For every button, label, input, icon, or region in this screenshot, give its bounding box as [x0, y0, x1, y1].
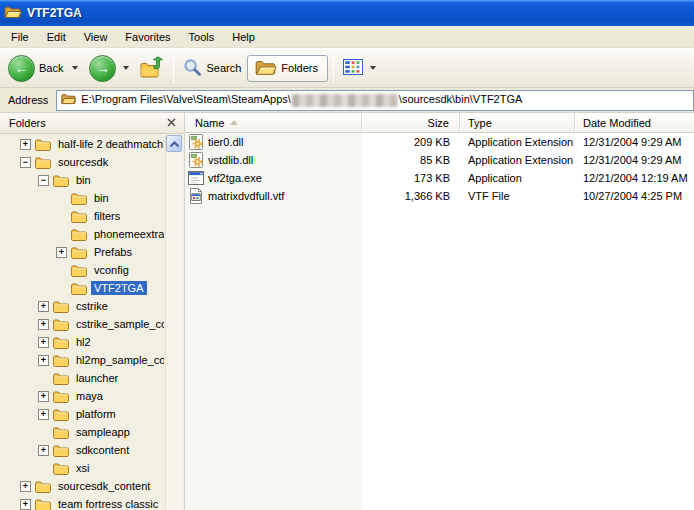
file-type: VTF File — [460, 190, 575, 202]
tree-item-vconfig[interactable]: vconfig — [0, 261, 164, 279]
exe-file-icon — [188, 170, 204, 186]
file-name-cell: tier0.dll — [185, 134, 362, 150]
tree-item-vtf2tga[interactable]: VTF2TGA — [0, 279, 164, 297]
forward-button[interactable]: → — [85, 53, 136, 84]
expand-plus-icon[interactable]: + — [56, 247, 67, 258]
dll-file-icon — [188, 152, 204, 168]
tree-item-sourcesdk-content[interactable]: +sourcesdk_content — [0, 477, 164, 495]
address-input[interactable]: E:\Program Files\Valve\Steam\SteamApps\\… — [56, 90, 694, 111]
tree-item-platform[interactable]: +platform — [0, 405, 164, 423]
tree-item-half-life-2-deathmatch[interactable]: +half-life 2 deathmatch — [0, 135, 164, 153]
expand-plus-icon[interactable]: + — [20, 499, 31, 510]
folder-icon — [53, 336, 69, 349]
menu-item-file[interactable]: File — [2, 28, 38, 46]
folders-pane-title: Folders — [9, 117, 46, 129]
file-size: 209 KB — [362, 136, 460, 148]
collapse-minus-icon[interactable]: − — [20, 157, 31, 168]
expand-plus-icon[interactable]: + — [38, 391, 49, 402]
expand-plus-icon[interactable]: + — [38, 445, 49, 456]
folder-icon — [53, 174, 69, 187]
file-name-cell: matrixdvdfull.vtf — [185, 188, 362, 204]
address-bar: Address E:\Program Files\Valve\Steam\Ste… — [0, 88, 694, 113]
file-date-modified: 12/31/2004 9:29 AM — [575, 136, 694, 148]
folder-icon — [71, 246, 87, 259]
column-header-type[interactable]: Type — [460, 113, 575, 132]
tree-item-filters[interactable]: filters — [0, 207, 164, 225]
tree-item-label: maya — [73, 389, 106, 403]
file-type: Application — [460, 172, 575, 184]
tree-item-team-fortress-classic[interactable]: +team fortress classic — [0, 495, 164, 510]
tree-item-label: team fortress classic — [55, 497, 161, 510]
forward-dropdown-caret-icon[interactable] — [123, 66, 129, 70]
tree-item-sampleapp[interactable]: sampleapp — [0, 423, 164, 441]
expand-plus-icon[interactable]: + — [38, 301, 49, 312]
column-header-size[interactable]: Size — [362, 113, 460, 132]
file-rows: tier0.dll209 KBApplication Extension12/3… — [185, 133, 694, 205]
title-bar: VTF2TGA — [0, 0, 694, 26]
toolbar-separator — [173, 53, 174, 83]
tree-item-cstrike[interactable]: +cstrike — [0, 297, 164, 315]
tree-item-label: Prefabs — [91, 245, 135, 259]
nav-back-icon: ← — [8, 55, 35, 82]
menu-item-favorites[interactable]: Favorites — [116, 28, 179, 46]
folders-button[interactable]: Folders — [247, 55, 328, 82]
back-dropdown-caret-icon[interactable] — [72, 66, 78, 70]
expand-plus-icon[interactable]: + — [38, 319, 49, 330]
file-row-vstdlib-dll[interactable]: vstdlib.dll85 KBApplication Extension12/… — [185, 151, 694, 169]
views-button[interactable] — [339, 57, 383, 79]
tree-item-maya[interactable]: +maya — [0, 387, 164, 405]
menu-item-edit[interactable]: Edit — [38, 28, 75, 46]
collapse-minus-icon[interactable]: − — [38, 175, 49, 186]
window-title: VTF2TGA — [27, 6, 82, 20]
tree-item-xsi[interactable]: xsi — [0, 459, 164, 477]
dll-file-icon — [188, 134, 204, 150]
file-row-vtf2tga-exe[interactable]: vtf2tga.exe173 KBApplication12/21/2004 1… — [185, 169, 694, 187]
expand-plus-icon[interactable]: + — [38, 355, 49, 366]
tree-item-hl2[interactable]: +hl2 — [0, 333, 164, 351]
folder-icon — [35, 480, 51, 493]
tree-item-label: cstrike — [73, 299, 111, 313]
back-button[interactable]: ← Back — [4, 53, 85, 84]
explorer-window: VTF2TGA FileEditViewFavoritesToolsHelp ←… — [0, 0, 694, 510]
menu-item-help[interactable]: Help — [223, 28, 264, 46]
file-name: vtf2tga.exe — [208, 172, 262, 184]
tree-item-phonemeextra[interactable]: phonemeextra — [0, 225, 164, 243]
column-header-name[interactable]: Name — [185, 113, 362, 132]
file-row-tier0-dll[interactable]: tier0.dll209 KBApplication Extension12/3… — [185, 133, 694, 151]
folder-icon — [35, 138, 51, 151]
file-name: vstdlib.dll — [208, 154, 253, 166]
back-button-label: Back — [39, 62, 65, 74]
expand-plus-icon[interactable]: + — [38, 337, 49, 348]
tree-item-bin[interactable]: bin — [0, 189, 164, 207]
views-dropdown-caret-icon[interactable] — [370, 66, 376, 70]
column-header-date-modified[interactable]: Date Modified — [575, 113, 694, 132]
tree-item-bin[interactable]: −bin — [0, 171, 164, 189]
up-button[interactable] — [136, 54, 168, 82]
close-icon[interactable] — [167, 117, 176, 129]
file-name-cell: vstdlib.dll — [185, 152, 362, 168]
expand-plus-icon[interactable]: + — [20, 481, 31, 492]
folders-pane: Folders +half-life 2 deathmatch−sourcesd… — [0, 113, 185, 510]
tree-item-label: bin — [91, 191, 112, 205]
tree-item-launcher[interactable]: launcher — [0, 369, 164, 387]
file-name: matrixdvdfull.vtf — [208, 190, 284, 202]
file-row-matrixdvdfull-vtf[interactable]: matrixdvdfull.vtf1,366 KBVTF File10/27/2… — [185, 187, 694, 205]
expand-plus-icon[interactable]: + — [38, 409, 49, 420]
nav-forward-icon: → — [89, 55, 116, 82]
file-type: Application Extension — [460, 154, 575, 166]
window-folder-icon — [4, 5, 22, 21]
file-size: 1,366 KB — [362, 190, 460, 202]
tree-scrollbar[interactable] — [165, 135, 182, 510]
search-button[interactable]: Search — [179, 56, 247, 81]
menu-item-tools[interactable]: Tools — [180, 28, 224, 46]
expand-plus-icon[interactable]: + — [20, 139, 31, 150]
tree-item-cstrike-sample-co[interactable]: +cstrike_sample_co — [0, 315, 164, 333]
tree-item-hl2mp-sample-cor[interactable]: +hl2mp_sample_cor — [0, 351, 164, 369]
tree-item-sourcesdk[interactable]: −sourcesdk — [0, 153, 164, 171]
scroll-up-button[interactable] — [166, 135, 182, 152]
tree-item-prefabs[interactable]: +Prefabs — [0, 243, 164, 261]
menu-item-view[interactable]: View — [75, 28, 117, 46]
toolbar: ← Back → Search Folders — [0, 48, 694, 88]
tree-item-label: sourcesdk_content — [55, 479, 153, 493]
tree-item-sdkcontent[interactable]: +sdkcontent — [0, 441, 164, 459]
